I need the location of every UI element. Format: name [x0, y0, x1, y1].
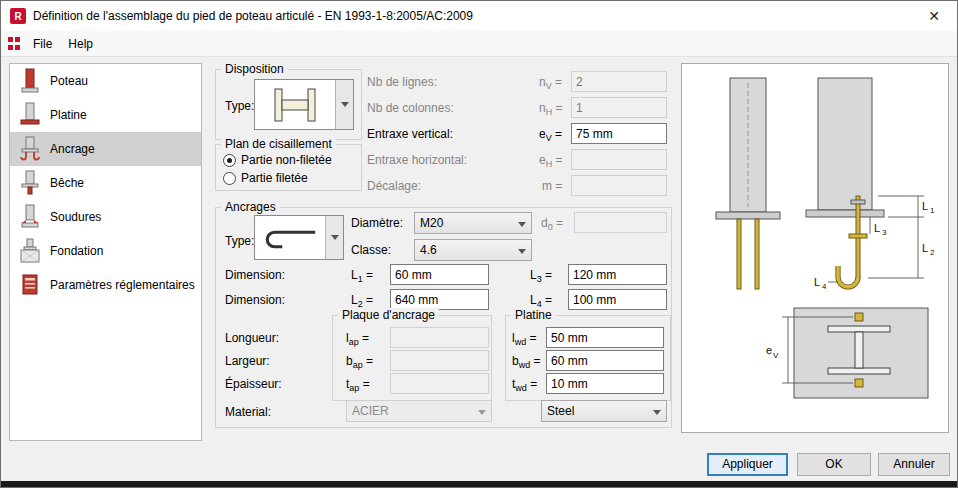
layout-type-dropdown[interactable] — [254, 79, 354, 130]
chevron-down-icon — [653, 410, 661, 415]
radio-partie-non-filetee[interactable]: Partie non-filetée — [223, 153, 332, 167]
apply-button[interactable]: Appliquer — [707, 453, 788, 476]
menu-help[interactable]: Help — [60, 33, 101, 55]
platine-group-title: Platine — [511, 308, 556, 323]
base-plate-icon — [19, 102, 41, 128]
window-title: Définition de l'assemblage du pied de po… — [33, 9, 473, 23]
dimension-label-2: Dimension: — [225, 290, 285, 310]
nb-lignes-field: 2 — [571, 71, 667, 92]
nh-symbol: nH = — [539, 98, 563, 122]
twd-symbol: twd = — [512, 374, 537, 398]
titlebar: R Définition de l'assemblage du pied de … — [1, 1, 957, 31]
L3-symbol: L3 = — [530, 265, 552, 289]
radio-dot-icon — [223, 172, 236, 185]
shear-key-icon — [19, 170, 41, 196]
chevron-down-icon — [335, 80, 353, 129]
entraxe-horizontal-field — [571, 149, 667, 170]
nb-colonnes-field: 1 — [571, 97, 667, 118]
sidebar-item-label: Paramètres réglementaires — [50, 278, 195, 292]
entraxe-horizontal-label: Entraxe horizontal: — [367, 150, 467, 170]
menubar: File Help — [1, 31, 957, 57]
svg-text:L: L — [922, 200, 928, 212]
L1-field[interactable]: 60 mm — [390, 264, 489, 285]
epaisseur-label: Épaisseur: — [225, 374, 282, 394]
radio-label: Partie filetée — [241, 171, 308, 185]
tap-symbol: tap = — [346, 374, 370, 398]
diametre-label: Diamètre: — [351, 213, 403, 233]
sidebar-item-beche[interactable]: Bêche — [10, 166, 201, 200]
type-label: Type: — [225, 96, 254, 116]
svg-text:V: V — [773, 351, 779, 360]
anchor-icon — [19, 136, 41, 162]
sidebar-item-label: Soudures — [50, 210, 101, 224]
sidebar-item-poteau[interactable]: Poteau — [10, 64, 201, 98]
bap-symbol: bap = — [346, 351, 373, 375]
radio-dot-icon — [223, 154, 236, 167]
material-anchor-plate-dropdown: ACIER — [346, 400, 492, 422]
svg-text:L: L — [814, 276, 820, 288]
L1-symbol: L1 = — [351, 265, 373, 289]
bwd-symbol: bwd = — [512, 351, 541, 375]
sidebar-item-label: Fondation — [50, 244, 103, 258]
anchor-type-label: Type: — [225, 231, 254, 251]
d0-field — [574, 212, 667, 233]
sidebar-item-ancrage[interactable]: Ancrage — [10, 132, 201, 166]
ev-symbol: eV = — [539, 124, 562, 148]
anchor-plate-group-title: Plaque d'ancrage — [338, 308, 439, 323]
component-list: Poteau Platine Ancrage Bêche Soudures — [9, 63, 202, 441]
d0-symbol: d0 = — [541, 213, 563, 237]
dimension-label-1: Dimension: — [225, 265, 285, 285]
menu-file[interactable]: File — [25, 33, 60, 55]
svg-text:1: 1 — [930, 206, 935, 215]
sidebar-item-fondation[interactable]: Fondation — [10, 234, 201, 268]
L3-field[interactable]: 120 mm — [568, 264, 667, 285]
dialog-window: R Définition de l'assemblage du pied de … — [0, 0, 958, 488]
welds-icon — [19, 204, 41, 230]
tap-field — [390, 373, 489, 394]
window-bottom-edge — [1, 481, 957, 487]
app-grid-icon — [8, 37, 21, 50]
twd-field[interactable]: 10 mm — [546, 373, 664, 394]
chevron-down-icon — [325, 216, 343, 259]
classe-dropdown[interactable]: 4.6 — [414, 239, 532, 261]
decalage-label: Décalage: — [367, 176, 421, 196]
L2-field[interactable]: 640 mm — [390, 289, 489, 310]
entraxe-vertical-field[interactable]: 75 mm — [571, 123, 667, 144]
lwd-field[interactable]: 50 mm — [546, 327, 664, 348]
lwd-symbol: lwd = — [512, 328, 537, 352]
sidebar-item-soudures[interactable]: Soudures — [10, 200, 201, 234]
diametre-dropdown[interactable]: M20 — [414, 212, 532, 234]
anchor-type-dropdown[interactable] — [254, 215, 344, 260]
svg-text:L: L — [922, 242, 928, 254]
bwd-field[interactable]: 60 mm — [546, 350, 664, 371]
eh-symbol: eH = — [539, 150, 563, 174]
material-platine-dropdown[interactable]: Steel — [541, 400, 667, 422]
L4-field[interactable]: 100 mm — [568, 289, 667, 310]
sidebar-item-platine[interactable]: Platine — [10, 98, 201, 132]
preview-panel: L 1 L 2 L 3 L 4 e V — [681, 63, 949, 433]
connection-diagram: L 1 L 2 L 3 L 4 e V — [682, 64, 948, 432]
chevron-down-icon — [518, 249, 526, 254]
sidebar-item-parametres-reglementaires[interactable]: Paramètres réglementaires — [10, 268, 201, 302]
ok-button[interactable]: OK — [797, 453, 871, 476]
longueur-label: Longueur: — [225, 328, 279, 348]
svg-text:L: L — [874, 222, 880, 234]
cancel-button[interactable]: Annuler — [878, 453, 950, 476]
radio-partie-filetee[interactable]: Partie filetée — [223, 171, 308, 185]
hook-anchor-icon — [255, 216, 325, 259]
shear-plane-group-title: Plan de cisaillement — [221, 137, 336, 152]
classe-label: Classe: — [351, 240, 391, 260]
nb-colonnes-label: Nb de colonnes: — [367, 98, 454, 118]
anchors-group-title: Ancrages — [221, 200, 280, 215]
sidebar-item-label: Poteau — [50, 74, 88, 88]
lap-field — [390, 327, 489, 348]
svg-text:e: e — [766, 344, 772, 356]
entraxe-vertical-label: Entraxe vertical: — [367, 124, 453, 144]
disposition-group-title: Disposition — [221, 62, 288, 77]
svg-text:2: 2 — [930, 248, 935, 257]
h-section-layout-icon — [255, 80, 335, 129]
largeur-label: Largeur: — [225, 351, 270, 371]
close-button[interactable]: ✕ — [911, 1, 957, 31]
sidebar-item-label: Bêche — [50, 176, 84, 190]
lap-symbol: lap = — [346, 328, 369, 352]
